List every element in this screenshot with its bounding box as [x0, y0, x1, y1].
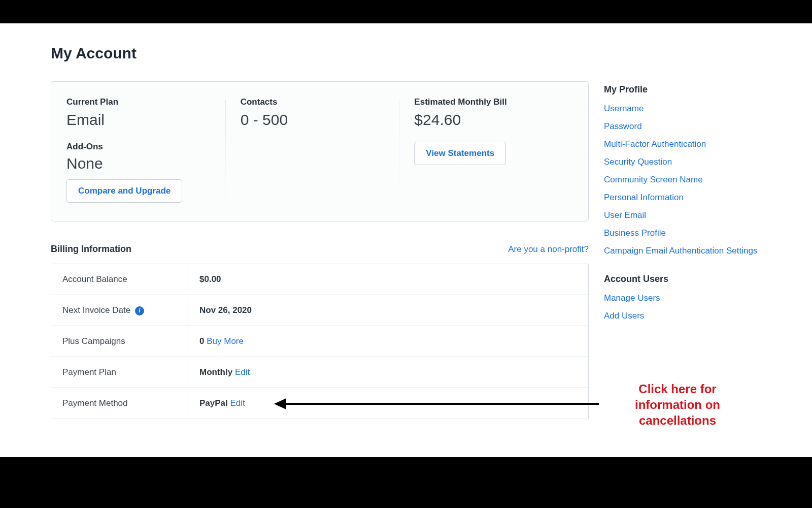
page-title: My Account: [51, 45, 761, 62]
payment-method-value-cell: PayPal Edit: [188, 388, 589, 419]
addons-label: Add-Ons: [66, 142, 215, 152]
main-column: Current Plan Email Add-Ons None Compare …: [51, 81, 589, 419]
table-row: Plus Campaigns 0 Buy More: [51, 326, 589, 357]
billing-header: Billing Information Are you a non-profit…: [51, 244, 589, 255]
estimated-bill-label: Estimated Monthly Bill: [414, 97, 563, 107]
sidebar-link-manage-users[interactable]: Manage Users: [604, 293, 660, 304]
payment-plan-value-cell: Monthly Edit: [188, 357, 589, 388]
payment-method-label: Payment Method: [51, 388, 188, 419]
sidebar-column: My Profile Username Password Multi-Facto…: [604, 81, 761, 339]
payment-plan-value: Monthly: [199, 367, 232, 377]
sidebar-link-add-users[interactable]: Add Users: [604, 310, 644, 322]
contacts-label: Contacts: [241, 97, 389, 107]
buy-more-link[interactable]: Buy More: [207, 336, 244, 346]
table-row: Next Invoice Date i Nov 26, 2020: [51, 295, 589, 326]
sidebar-link-password[interactable]: Password: [604, 121, 642, 133]
plus-campaigns-value: 0: [199, 336, 204, 346]
view-statements-button[interactable]: View Statements: [414, 142, 506, 165]
sidebar-link-security-question[interactable]: Security Question: [604, 156, 672, 168]
profile-links-list: Username Password Multi-Factor Authentic…: [604, 103, 761, 257]
plan-segment-current: Current Plan Email Add-Ons None Compare …: [66, 97, 225, 203]
my-profile-heading: My Profile: [604, 84, 761, 95]
contacts-value: 0 - 500: [241, 111, 389, 129]
next-invoice-label-cell: Next Invoice Date i: [51, 295, 188, 326]
plus-campaigns-label: Plus Campaigns: [51, 326, 188, 357]
billing-heading: Billing Information: [51, 244, 131, 255]
estimated-bill-value: $24.60: [414, 111, 563, 129]
account-balance-value-text: $0.00: [199, 274, 221, 284]
next-invoice-value-text: Nov 26, 2020: [199, 305, 252, 315]
sidebar-link-email-auth-settings[interactable]: Campaign Email Authentication Settings: [604, 245, 757, 257]
sidebar-link-user-email[interactable]: User Email: [604, 210, 646, 221]
account-balance-label: Account Balance: [51, 264, 188, 295]
users-links-list: Manage Users Add Users: [604, 293, 761, 322]
current-plan-value: Email: [66, 111, 215, 129]
account-users-heading: Account Users: [604, 274, 761, 284]
plus-campaigns-value-cell: 0 Buy More: [188, 326, 589, 357]
table-row: Account Balance $0.00: [51, 264, 589, 295]
current-plan-label: Current Plan: [66, 97, 215, 107]
payment-plan-edit-link[interactable]: Edit: [235, 367, 250, 377]
sidebar-link-screen-name[interactable]: Community Screen Name: [604, 174, 703, 186]
table-row: Payment Method PayPal Edit: [51, 388, 589, 419]
sidebar-link-business-profile[interactable]: Business Profile: [604, 228, 666, 239]
nonprofit-link[interactable]: Are you a non-profit?: [508, 244, 589, 255]
billing-table: Account Balance $0.00 Next Invoice Date …: [51, 264, 589, 419]
plan-segment-bill: Estimated Monthly Bill $24.60 View State…: [399, 97, 573, 203]
letterbox-bottom: [0, 457, 812, 508]
plan-summary-card: Current Plan Email Add-Ons None Compare …: [51, 81, 589, 221]
payment-method-edit-link[interactable]: Edit: [230, 398, 245, 408]
info-icon[interactable]: i: [135, 306, 144, 315]
addons-value: None: [66, 155, 215, 172]
account-balance-value: $0.00: [188, 264, 589, 295]
compare-upgrade-button[interactable]: Compare and Upgrade: [66, 179, 182, 203]
two-column-layout: Current Plan Email Add-Ons None Compare …: [51, 81, 761, 419]
sidebar-link-personal-info[interactable]: Personal Information: [604, 192, 684, 204]
next-invoice-value: Nov 26, 2020: [188, 295, 589, 326]
payment-method-value: PayPal: [199, 398, 228, 408]
sidebar-link-username[interactable]: Username: [604, 103, 644, 115]
payment-plan-label: Payment Plan: [51, 357, 188, 388]
page-container: My Account Current Plan Email Add-Ons No…: [0, 23, 812, 419]
table-row: Payment Plan Monthly Edit: [51, 357, 589, 388]
sidebar-link-mfa[interactable]: Multi-Factor Authentication: [604, 139, 706, 150]
letterbox-top: [0, 0, 812, 23]
plan-segment-contacts: Contacts 0 - 500: [225, 97, 399, 203]
next-invoice-label: Next Invoice Date: [62, 305, 130, 315]
